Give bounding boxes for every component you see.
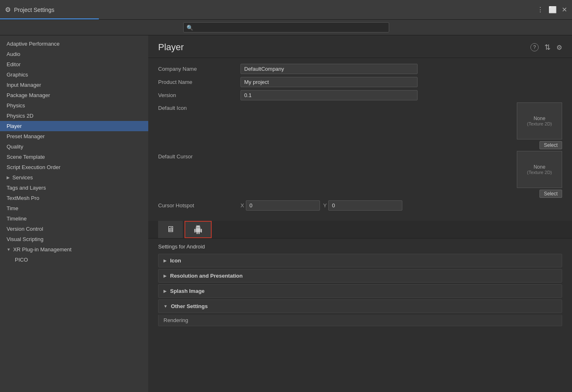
sidebar-item-timeline[interactable]: Timeline [0,213,148,224]
cursor-hotspot-fields: X Y [240,200,562,211]
title-bar-title-group: ⚙ Project Settings [5,6,54,14]
sidebar-item-label: Audio [7,51,20,57]
search-input[interactable] [183,22,389,32]
section-resolution-arrow: ▶ [163,274,167,278]
sidebar-item-tags-and-layers[interactable]: Tags and Layers [0,183,148,193]
section-resolution: ▶ Resolution and Presentation [158,269,562,283]
title-menu-icon[interactable]: ⋮ [537,6,544,14]
sidebar-item-label: Input Manager [7,82,41,88]
sidebar-item-textmesh-pro[interactable]: TextMesh Pro [0,193,148,203]
version-input[interactable] [240,90,418,100]
settings-for-label: Settings for Android [158,244,562,250]
title-bar-progress [0,19,99,19]
sidebar-item-time[interactable]: Time [0,203,148,213]
desktop-monitor-icon: 🖥 [166,225,175,234]
sidebar-item-label: Graphics [7,72,28,78]
sidebar-item-services[interactable]: ▶ Services [0,172,148,183]
content-panel: Player ? ⇅ ⚙ Company Name Product Name V… [148,35,572,392]
tab-desktop[interactable]: 🖥 [158,221,183,238]
sidebar: Adaptive Performance Audio Editor Graphi… [0,35,148,392]
section-splash: ▶ Splash Image [158,284,562,298]
section-icon: ▶ Icon [158,254,562,267]
sidebar-item-label: Visual Scripting [7,236,43,242]
search-bar: 🔍 [0,20,572,35]
hotspot-y-group: Y [323,200,403,211]
version-label: Version [158,92,240,98]
section-other-settings-title: Other Settings [171,303,208,309]
sidebar-item-xr-plugin-management[interactable]: ▼ XR Plug-in Management [0,244,148,255]
search-icon: 🔍 [187,24,193,30]
sidebar-item-adaptive-performance[interactable]: Adaptive Performance [0,39,148,49]
sidebar-item-label: Physics [7,102,25,109]
default-cursor-none-text: None [534,164,546,170]
sidebar-item-input-manager[interactable]: Input Manager [0,80,148,90]
sidebar-item-pico[interactable]: PICO [0,255,148,265]
tab-android[interactable] [184,221,212,238]
sidebar-item-player[interactable]: Player [0,121,148,131]
sidebar-item-version-control[interactable]: Version Control [0,224,148,234]
sidebar-item-visual-scripting[interactable]: Visual Scripting [0,234,148,244]
default-icon-row: Default Icon None (Texture 2D) Select [158,102,562,149]
sidebar-item-label: PICO [15,257,28,263]
rendering-partial-label: Rendering [158,315,562,326]
sidebar-item-audio[interactable]: Audio [0,49,148,59]
sidebar-item-label: Script Execution Order [7,164,61,170]
hotspot-x-input[interactable] [246,200,320,211]
default-cursor-select-button[interactable]: Select [539,190,562,198]
section-resolution-header[interactable]: ▶ Resolution and Presentation [159,269,562,282]
title-close-icon[interactable]: ✕ [562,6,567,14]
android-robot-icon [194,225,203,234]
hotspot-x-label: X [240,202,244,209]
hotspot-y-label: Y [323,202,327,209]
sidebar-item-package-manager[interactable]: Package Manager [0,90,148,100]
content-header-icons: ? ⇅ ⚙ [530,43,562,52]
section-icon-arrow: ▶ [163,258,167,263]
sidebar-item-label: Scene Template [7,154,45,160]
hotspot-x-group: X [240,200,320,211]
content-title: Player [158,42,184,53]
section-resolution-title: Resolution and Presentation [170,273,243,279]
sidebar-item-script-execution-order[interactable]: Script Execution Order [0,162,148,172]
sidebar-item-physics[interactable]: Physics [0,100,148,111]
help-icon[interactable]: ? [530,43,539,51]
section-other-settings-header[interactable]: ▼ Other Settings [159,300,562,313]
sidebar-item-scene-template[interactable]: Scene Template [0,152,148,162]
sidebar-item-label: Tags and Layers [7,185,46,191]
company-name-input[interactable] [240,64,418,74]
sidebar-item-label: Preset Manager [7,133,45,139]
sidebar-item-label: TextMesh Pro [7,195,39,201]
title-window-icon[interactable]: ⬜ [549,6,557,14]
section-splash-header[interactable]: ▶ Splash Image [159,285,562,297]
default-icon-texture-text: (Texture 2D) [527,121,552,126]
sidebar-item-physics-2d[interactable]: Physics 2D [0,111,148,121]
section-other-settings: ▼ Other Settings [158,299,562,313]
settings-content: Settings for Android ▶ Icon ▶ Resolution… [148,239,572,331]
platform-tabs: 🖥 [148,221,572,239]
sidebar-item-label: Physics 2D [7,113,33,119]
sidebar-item-editor[interactable]: Editor [0,59,148,70]
title-gear-icon: ⚙ [5,6,11,14]
default-cursor-row: Default Cursor None (Texture 2D) Select [158,151,562,198]
sidebar-item-preset-manager[interactable]: Preset Manager [0,131,148,141]
content-header: Player ? ⇅ ⚙ [148,35,572,58]
sidebar-item-label: Timeline [7,216,27,222]
sidebar-item-label: Services [12,174,33,181]
settings-icon[interactable]: ⚙ [556,44,562,51]
default-icon-select-button[interactable]: Select [539,141,562,149]
product-name-input[interactable] [240,77,418,87]
sidebar-item-graphics[interactable]: Graphics [0,70,148,80]
sidebar-item-label: Version Control [7,226,43,232]
default-cursor-picker: None (Texture 2D) Select [240,151,562,198]
form-section: Company Name Product Name Version Defaul… [148,58,572,221]
section-icon-header[interactable]: ▶ Icon [159,254,562,267]
hotspot-y-input[interactable] [328,200,402,211]
sidebar-item-label: XR Plug-in Management [13,246,72,253]
main-layout: Adaptive Performance Audio Editor Graphi… [0,35,572,392]
sidebar-item-label: Package Manager [7,92,50,98]
title-bar: ⚙ Project Settings ⋮ ⬜ ✕ [0,0,572,20]
version-row: Version [158,89,562,101]
section-icon-title: Icon [170,257,181,264]
sidebar-item-quality[interactable]: Quality [0,141,148,152]
default-icon-none-text: None [534,116,546,121]
layout-icon[interactable]: ⇅ [544,43,551,52]
